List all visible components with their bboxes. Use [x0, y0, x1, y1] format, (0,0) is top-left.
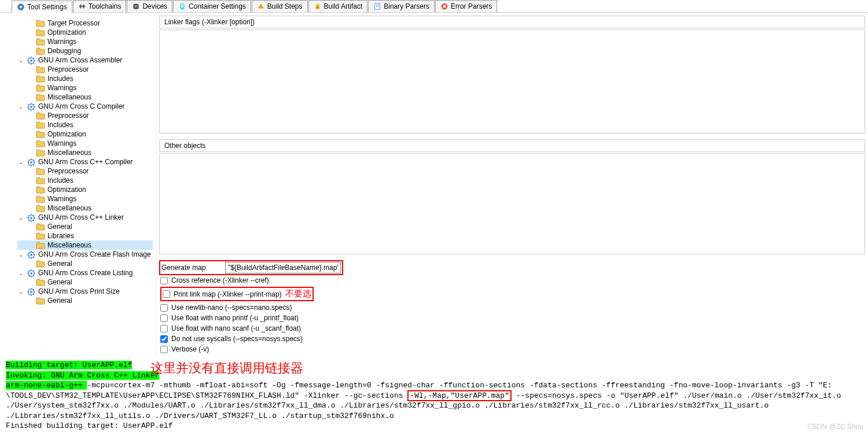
- expand-icon[interactable]: ⌄: [17, 57, 24, 64]
- svg-rect-8: [181, 5, 183, 8]
- console-line: -mcpu=cortex-m7 -mthumb -mfloat-abi=soft…: [87, 381, 832, 390]
- folder-icon: [36, 186, 45, 194]
- tree-item-optimization[interactable]: Optimization: [17, 28, 153, 37]
- expand-icon[interactable]: ⌄: [17, 251, 24, 258]
- settings-content: Linker flags (-Xlinker [option]) Other o…: [156, 13, 868, 357]
- console-line: ./User/system_stm32f7xx.o ./Modules/UART…: [6, 401, 768, 410]
- other-objects-header: Other objects: [159, 139, 865, 152]
- tree-label: Libraries: [47, 232, 74, 240]
- svg-point-17: [30, 106, 32, 108]
- tree-label: GNU Arm Cross C++ Compiler: [38, 158, 133, 166]
- tree-item-gnu-arm-cross-c-compiler[interactable]: ⌄GNU Arm Cross C++ Compiler: [17, 157, 153, 166]
- tab-container-settings[interactable]: Container Settings: [173, 0, 251, 12]
- svg-point-25: [30, 272, 32, 275]
- checkbox-0[interactable]: [160, 277, 168, 284]
- tab-toolchains[interactable]: Toolchains: [73, 0, 127, 12]
- tree-label: GNU Arm Cross C++ Linker: [38, 213, 124, 221]
- tree-item-preprocessor[interactable]: Preprocessor: [17, 111, 153, 120]
- gear-icon: [27, 287, 36, 295]
- tree-item-debugging[interactable]: Debugging: [17, 46, 153, 55]
- checkbox-2[interactable]: [160, 304, 168, 312]
- tree-item-general[interactable]: General: [17, 259, 153, 268]
- tree-item-gnu-arm-cross-print-size[interactable]: ⌄GNU Arm Cross Print Size: [17, 287, 153, 296]
- checkbox-label: Print link map (-Xlinker --print-map): [174, 290, 282, 298]
- svg-point-1: [20, 6, 22, 8]
- tree-label: Includes: [47, 75, 73, 83]
- folder-icon: [36, 130, 45, 138]
- expand-icon[interactable]: ⌄: [17, 270, 24, 276]
- annotation-overlay: 这里并没有直接调用链接器: [150, 360, 303, 377]
- tree-item-target-processor[interactable]: Target Processor: [17, 18, 153, 28]
- checkbox-row: Use newlib-nano (--specs=nano.specs): [159, 302, 865, 313]
- gear-icon: [27, 56, 36, 64]
- tab-error-parsers[interactable]: Error Parsers: [435, 0, 497, 12]
- tree-item-libraries[interactable]: Libraries: [17, 231, 153, 240]
- tab-build-artifact[interactable]: Build Artifact: [308, 0, 368, 12]
- tree-item-includes[interactable]: Includes: [17, 176, 153, 185]
- tree-item-gnu-arm-cross-create-flash-image[interactable]: ⌄GNU Arm Cross Create Flash Image: [17, 250, 153, 259]
- console-line: Invoking: GNU Arm Cross C++ Linker: [6, 371, 159, 380]
- tree-item-includes[interactable]: Includes: [17, 74, 153, 83]
- tree-item-warnings[interactable]: Warnings: [17, 194, 153, 203]
- checkbox-5[interactable]: [160, 335, 168, 343]
- tree-label: Optimization: [47, 28, 86, 36]
- tree-item-miscellaneous[interactable]: Miscellaneous: [17, 240, 153, 250]
- checkbox-4[interactable]: [160, 325, 168, 332]
- tab-build-steps[interactable]: Build Steps: [252, 0, 308, 12]
- folder-icon: [36, 28, 45, 36]
- other-objects-list[interactable]: [159, 153, 865, 254]
- tree-label: Miscellaneous: [47, 149, 91, 157]
- checkbox-6[interactable]: [160, 346, 168, 353]
- checkbox-label: Do not use syscalls (--specs=nosys.specs…: [171, 335, 303, 343]
- tree-item-warnings[interactable]: Warnings: [17, 37, 153, 46]
- gear-icon: [27, 102, 36, 110]
- checkbox-row: Cross reference (-Xlinker --cref): [159, 275, 865, 286]
- checkbox-row: Do not use syscalls (--specs=nosys.specs…: [159, 334, 865, 344]
- folder-icon: [36, 112, 45, 120]
- expand-icon[interactable]: ⌄: [17, 214, 24, 221]
- tree-item-general[interactable]: General: [17, 277, 153, 287]
- tab-devices[interactable]: Devices: [127, 0, 172, 12]
- folder-icon: [36, 241, 45, 249]
- folder-icon: [36, 232, 45, 240]
- checkbox-1[interactable]: [163, 290, 170, 298]
- build-console: 这里并没有直接调用链接器 Building target: UserAPP.el…: [0, 357, 868, 432]
- tree-item-gnu-arm-cross-create-listing[interactable]: ⌄GNU Arm Cross Create Listing: [17, 268, 153, 277]
- tab-tool-settings[interactable]: Tool Settings: [12, 1, 72, 13]
- tab-label: Error Parsers: [451, 2, 492, 10]
- tree-item-gnu-arm-cross-c-linker[interactable]: ⌄GNU Arm Cross C++ Linker: [17, 213, 153, 222]
- tree-item-general[interactable]: General: [17, 222, 153, 231]
- folder-icon: [36, 167, 45, 175]
- console-line: Finished building target: UserAPP.elf: [6, 421, 173, 430]
- tree-item-optimization[interactable]: Optimization: [17, 185, 153, 194]
- svg-point-21: [30, 217, 32, 219]
- tree-item-preprocessor[interactable]: Preprocessor: [17, 65, 153, 74]
- expand-icon[interactable]: ⌄: [17, 103, 24, 110]
- tree-label: General: [47, 297, 72, 305]
- tree-item-miscellaneous[interactable]: Miscellaneous: [17, 92, 153, 102]
- tree-item-general[interactable]: General: [17, 296, 153, 305]
- folder-icon: [36, 47, 45, 55]
- expand-icon[interactable]: ⌄: [17, 159, 24, 165]
- folder-icon: [36, 84, 45, 92]
- linker-flags-list[interactable]: [159, 29, 865, 134]
- folder-icon: [36, 38, 45, 46]
- expand-icon[interactable]: ⌄: [17, 288, 24, 295]
- tab-binary-parsers[interactable]: Binary Parsers: [368, 0, 435, 12]
- folder-icon: [36, 297, 45, 305]
- tab-label: Build Artifact: [324, 2, 363, 10]
- checkbox-row: Verbose (-v): [159, 344, 865, 354]
- checkbox-3[interactable]: [160, 314, 168, 322]
- generate-map-input[interactable]: [225, 262, 341, 273]
- tree-item-includes[interactable]: Includes: [17, 120, 153, 129]
- console-line: \TOOLS_DEV\STM32_TEMPLATE\UserAPP\ECLIPS…: [6, 391, 407, 400]
- tree-item-preprocessor[interactable]: Preprocessor: [17, 166, 153, 176]
- folder-icon: [36, 139, 45, 147]
- tree-item-miscellaneous[interactable]: Miscellaneous: [17, 203, 153, 213]
- tree-item-warnings[interactable]: Warnings: [17, 139, 153, 148]
- tree-item-warnings[interactable]: Warnings: [17, 83, 153, 92]
- tree-item-gnu-arm-cross-c-compiler[interactable]: ⌄GNU Arm Cross C Compiler: [17, 102, 153, 111]
- tree-item-gnu-arm-cross-assembler[interactable]: ⌄GNU Arm Cross Assembler: [17, 55, 153, 65]
- tree-item-miscellaneous[interactable]: Miscellaneous: [17, 148, 153, 157]
- tree-item-optimization[interactable]: Optimization: [17, 129, 153, 139]
